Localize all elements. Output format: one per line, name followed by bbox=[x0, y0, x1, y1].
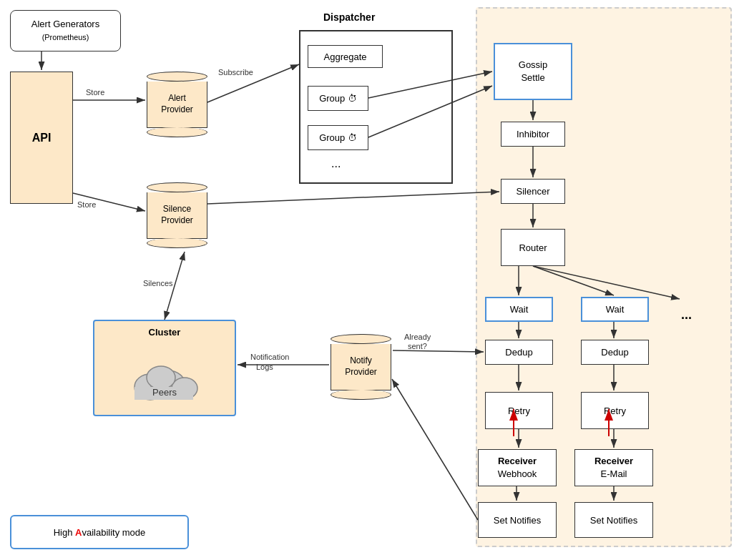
wait2-label: Wait bbox=[606, 304, 625, 315]
router-box: Router bbox=[501, 229, 565, 266]
dedup1-label: Dedup bbox=[505, 347, 532, 358]
silencer-label: Silencer bbox=[517, 186, 550, 197]
svg-text:Already: Already bbox=[404, 333, 431, 341]
group1-label: Group ⏱ bbox=[319, 93, 357, 104]
receiver1-label: ReceiverWebhook bbox=[498, 455, 537, 481]
diagram: Dispatcher Alert Generators(Prometheus) … bbox=[0, 0, 739, 560]
group2-box: Group ⏱ bbox=[308, 125, 368, 150]
set-notifies1-box: Set Notifies bbox=[478, 502, 557, 538]
receiver1-box: ReceiverWebhook bbox=[478, 449, 557, 486]
wait1-label: Wait bbox=[510, 304, 529, 315]
gossip-settle-box: GossipSettle bbox=[494, 43, 572, 100]
group2-label: Group ⏱ bbox=[319, 132, 357, 143]
svg-text:Peers: Peers bbox=[152, 387, 177, 398]
inhibitor-label: Inhibitor bbox=[517, 129, 549, 139]
svg-text:Logs: Logs bbox=[256, 363, 273, 371]
svg-point-3 bbox=[147, 366, 175, 389]
ha-label: High Availability mode bbox=[54, 527, 146, 538]
svg-line-16 bbox=[207, 192, 499, 204]
api-label: API bbox=[32, 132, 52, 144]
dispatcher-ellipsis: ... bbox=[331, 157, 341, 170]
group1-box: Group ⏱ bbox=[308, 86, 368, 111]
svg-text:sent?: sent? bbox=[408, 342, 427, 350]
receiver2-label: ReceiverE-Mail bbox=[594, 455, 633, 481]
router-label: Router bbox=[519, 242, 547, 253]
dedup1-box: Dedup bbox=[485, 340, 553, 365]
notify-provider-cylinder: NotifyProvider bbox=[331, 334, 391, 400]
cluster-label: Cluster bbox=[149, 327, 181, 338]
svg-text:Subscribe: Subscribe bbox=[218, 68, 253, 77]
retry1-box: Retry bbox=[485, 392, 553, 429]
inhibitor-box: Inhibitor bbox=[501, 122, 565, 147]
aggregate-label: Aggregate bbox=[324, 51, 367, 62]
receiver2-box: ReceiverE-Mail bbox=[574, 449, 653, 486]
dedup2-label: Dedup bbox=[601, 347, 628, 358]
dedup2-box: Dedup bbox=[581, 340, 649, 365]
api-box: API bbox=[10, 72, 73, 204]
svg-line-42 bbox=[165, 252, 185, 320]
alert-generators-box: Alert Generators(Prometheus) bbox=[10, 10, 121, 51]
wait2-box: Wait bbox=[581, 297, 649, 322]
silencer-box: Silencer bbox=[501, 179, 565, 204]
alert-provider-cylinder: AlertProvider bbox=[147, 72, 207, 137]
set-notifies2-box: Set Notifies bbox=[574, 502, 653, 538]
peers-cloud: Peers bbox=[122, 353, 207, 406]
cluster-box: Cluster Peers bbox=[93, 320, 236, 416]
ha-box: High Availability mode bbox=[10, 515, 189, 549]
svg-text:Silences: Silences bbox=[143, 279, 173, 288]
svg-text:Store: Store bbox=[86, 88, 104, 97]
aggregate-box: Aggregate bbox=[308, 45, 383, 68]
svg-line-39 bbox=[393, 350, 484, 352]
silence-provider-cylinder: SilenceProvider bbox=[147, 182, 207, 248]
svg-line-14 bbox=[73, 193, 145, 211]
dispatcher-title: Dispatcher bbox=[323, 11, 375, 23]
set-notifies1-label: Set Notifies bbox=[494, 515, 541, 526]
pipeline-ellipsis: ... bbox=[681, 308, 692, 323]
svg-line-12 bbox=[207, 64, 299, 102]
gossip-settle-label: GossipSettle bbox=[519, 59, 547, 84]
retry1-label: Retry bbox=[508, 406, 530, 416]
wait1-box: Wait bbox=[485, 297, 553, 322]
set-notifies2-label: Set Notifies bbox=[590, 515, 637, 526]
svg-line-35 bbox=[392, 379, 478, 520]
svg-text:Store: Store bbox=[77, 200, 96, 209]
alert-generators-label: Alert Generators(Prometheus) bbox=[31, 18, 99, 44]
retry2-label: Retry bbox=[604, 406, 626, 416]
retry2-box: Retry bbox=[581, 392, 649, 429]
svg-text:Notification: Notification bbox=[250, 353, 289, 361]
